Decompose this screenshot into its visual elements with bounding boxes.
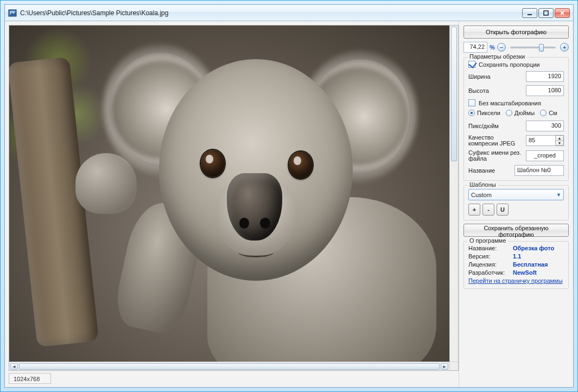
height-label: Высота xyxy=(468,87,524,94)
image-viewport[interactable]: ◄ ► xyxy=(9,25,459,371)
suffix-label: Суфикс имени рез. файла xyxy=(468,150,524,162)
about-name-value: Обрезка фото xyxy=(513,245,564,251)
status-bar: 1024x768 xyxy=(9,372,459,384)
vertical-scrollbar[interactable] xyxy=(449,26,458,362)
status-dimensions: 1024x768 xyxy=(9,373,51,384)
spin-up-icon: ▲ xyxy=(556,136,563,141)
chevron-down-icon: ▼ xyxy=(556,192,561,198)
width-label: Ширина xyxy=(468,73,524,80)
templates-group: Шаблоны Custom ▼ + - U xyxy=(463,185,569,220)
zoom-value-input[interactable]: 74,22 xyxy=(463,42,487,53)
window-title: C:\Users\Public\Pictures\Sample Pictures… xyxy=(20,9,522,17)
unit-inches-label: Дюймы xyxy=(515,110,535,116)
side-panel: Открыть фотографию 74,22 % – + Параметры… xyxy=(459,21,573,387)
about-legend: О программе xyxy=(467,237,508,244)
templates-select[interactable]: Custom ▼ xyxy=(468,189,564,200)
about-developer-value: NewSoft xyxy=(513,269,564,276)
horizontal-scrollbar[interactable]: ◄ ► xyxy=(9,362,449,370)
about-version-label: Версия: xyxy=(468,253,511,260)
close-button[interactable] xyxy=(555,8,570,18)
suffix-input[interactable]: _croped xyxy=(526,150,564,161)
crop-settings-group: Параметры обрезки Сохранять пропорции Ши… xyxy=(463,57,569,181)
crop-legend: Параметры обрезки xyxy=(467,53,527,60)
dpi-input[interactable]: 300 xyxy=(526,121,564,131)
about-homepage-link[interactable]: Перейти на страничку программы xyxy=(468,277,563,284)
unit-pixels-label: Пиксели xyxy=(477,110,500,116)
no-scaling-label: Без масштабирования xyxy=(479,100,541,106)
zoom-slider[interactable] xyxy=(508,43,558,52)
jpeg-quality-label: Качество компресии JPEG xyxy=(468,135,524,147)
about-group: О программе Название:Обрезка фото Версия… xyxy=(463,241,569,289)
percent-label: % xyxy=(490,44,495,50)
svg-rect-3 xyxy=(528,14,532,15)
template-name-label: Название xyxy=(468,167,512,174)
spin-down-icon: ▼ xyxy=(556,141,563,146)
keep-aspect-label: Сохранять пропорции xyxy=(479,61,540,68)
no-scaling-checkbox[interactable] xyxy=(468,99,475,106)
about-version-value: 1.1 xyxy=(513,253,564,260)
zoom-in-button[interactable]: + xyxy=(560,43,569,52)
zoom-out-button[interactable]: – xyxy=(497,43,506,52)
photo-content xyxy=(9,26,449,362)
about-license-value: Бесплатная xyxy=(513,261,564,268)
unit-inches-radio[interactable] xyxy=(506,110,512,116)
about-developer-label: Разработчик: xyxy=(468,269,511,276)
keep-aspect-checkbox[interactable] xyxy=(468,61,475,68)
scroll-right-icon[interactable]: ► xyxy=(441,363,448,370)
scroll-left-icon[interactable]: ◄ xyxy=(10,363,18,370)
template-name-input[interactable]: Шаблон №0 xyxy=(515,165,564,176)
height-input[interactable]: 1080 xyxy=(526,85,564,96)
app-window: C:\Users\Public\Pictures\Sample Pictures… xyxy=(4,4,574,388)
templates-select-value: Custom xyxy=(471,192,492,198)
app-icon xyxy=(8,9,17,17)
open-photo-button[interactable]: Открыть фотографию xyxy=(463,26,569,39)
minimize-button[interactable] xyxy=(522,8,537,18)
unit-cm-radio[interactable] xyxy=(540,110,547,116)
unit-cm-label: См xyxy=(549,110,557,116)
about-license-label: Лицензия: xyxy=(468,261,511,268)
jpeg-quality-input[interactable]: 85 xyxy=(526,135,556,146)
maximize-button[interactable] xyxy=(538,8,554,18)
template-remove-button[interactable]: - xyxy=(482,204,494,216)
titlebar[interactable]: C:\Users\Public\Pictures\Sample Pictures… xyxy=(5,5,573,21)
about-name-label: Название: xyxy=(468,245,511,251)
width-input[interactable]: 1920 xyxy=(526,71,564,82)
unit-pixels-radio[interactable] xyxy=(468,110,475,116)
svg-rect-4 xyxy=(544,11,548,15)
save-cropped-button[interactable]: Сохранить обрезанную фотографию xyxy=(463,224,569,237)
dpi-label: Пикс/дюйм xyxy=(468,123,524,129)
template-add-button[interactable]: + xyxy=(468,204,480,216)
templates-legend: Шаблоны xyxy=(467,181,498,188)
template-update-button[interactable]: U xyxy=(497,204,509,216)
jpeg-quality-spinner[interactable]: ▲▼ xyxy=(556,135,564,146)
scrollbar-corner xyxy=(449,362,458,370)
